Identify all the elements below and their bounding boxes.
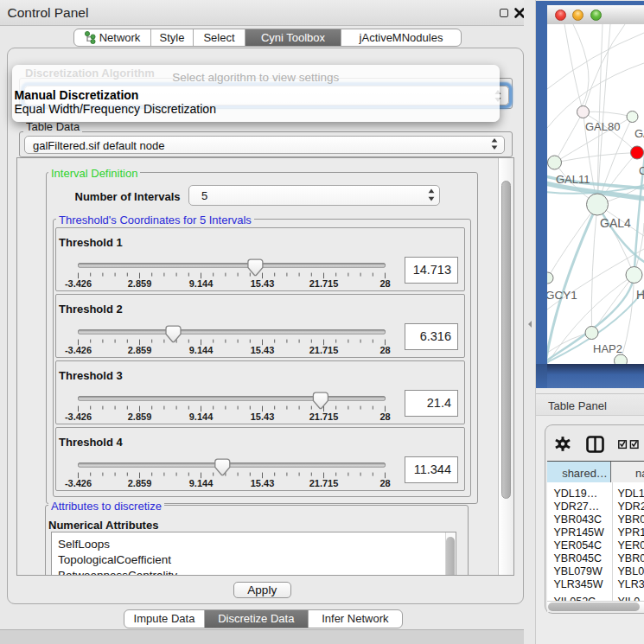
svg-text:15.43: 15.43 bbox=[251, 345, 275, 355]
svg-text:-3.426: -3.426 bbox=[65, 345, 92, 355]
svg-text:28: 28 bbox=[379, 278, 390, 289]
svg-text:GAL11: GAL11 bbox=[556, 173, 590, 186]
svg-text:28: 28 bbox=[379, 345, 390, 355]
svg-text:9.144: 9.144 bbox=[189, 411, 214, 422]
svg-text:-3.426: -3.426 bbox=[65, 411, 92, 422]
svg-text:HI: HI bbox=[636, 288, 644, 302]
svg-text:15.43: 15.43 bbox=[251, 411, 275, 422]
svg-text:CY: CY bbox=[639, 164, 644, 177]
svg-text:2.859: 2.859 bbox=[128, 345, 152, 355]
svg-text:-3.426: -3.426 bbox=[65, 478, 92, 488]
svg-text:GA: GA bbox=[634, 127, 644, 140]
svg-text:9.144: 9.144 bbox=[189, 278, 214, 289]
svg-text:9.144: 9.144 bbox=[189, 345, 214, 355]
svg-text:21.715: 21.715 bbox=[309, 345, 339, 355]
svg-text:-3.426: -3.426 bbox=[65, 278, 92, 289]
svg-text:2.859: 2.859 bbox=[128, 411, 152, 422]
svg-text:HAP2: HAP2 bbox=[593, 342, 622, 355]
svg-text:21.715: 21.715 bbox=[309, 278, 339, 289]
svg-text:15.43: 15.43 bbox=[251, 478, 275, 488]
svg-text:28: 28 bbox=[379, 478, 390, 488]
svg-text:2.859: 2.859 bbox=[128, 278, 152, 289]
svg-text:15.43: 15.43 bbox=[251, 278, 275, 289]
svg-text:GCY1: GCY1 bbox=[547, 289, 577, 302]
svg-text:GAL4: GAL4 bbox=[600, 216, 631, 230]
svg-text:9.144: 9.144 bbox=[189, 478, 214, 488]
svg-text:21.715: 21.715 bbox=[309, 478, 339, 488]
svg-text:GAL80: GAL80 bbox=[585, 120, 620, 133]
svg-text:28: 28 bbox=[379, 411, 390, 422]
svg-text:2.859: 2.859 bbox=[128, 478, 152, 488]
svg-text:21.715: 21.715 bbox=[309, 411, 339, 422]
